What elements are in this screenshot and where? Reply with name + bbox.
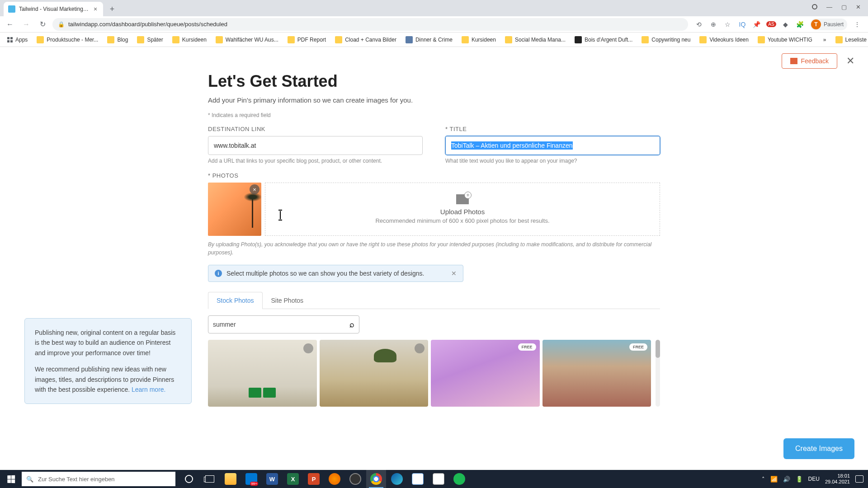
- tip-paragraph: We recommend publishing new ideas with n…: [35, 364, 181, 394]
- scrollbar-thumb[interactable]: [656, 340, 660, 358]
- cortana-icon[interactable]: [179, 470, 199, 488]
- taskbar-app-word[interactable]: W: [262, 470, 282, 488]
- notification-center-icon[interactable]: [855, 475, 863, 483]
- uploaded-photo-thumbnail[interactable]: ×: [208, 183, 261, 236]
- tray-battery-icon[interactable]: 🔋: [796, 476, 803, 483]
- browser-tab[interactable]: Tailwind - Visual Marketing Suite ×: [4, 2, 103, 16]
- bookmark-item[interactable]: Dinner & Crime: [402, 34, 456, 45]
- bookmark-item[interactable]: Später: [133, 34, 166, 45]
- forward-button[interactable]: →: [20, 18, 33, 31]
- feedback-button[interactable]: Feedback: [782, 53, 837, 69]
- translate-icon[interactable]: ⟲: [694, 20, 703, 29]
- minimize-icon[interactable]: —: [826, 4, 832, 10]
- taskbar-app-edge[interactable]: [387, 470, 407, 488]
- stock-photo-item[interactable]: [320, 340, 429, 407]
- reload-button[interactable]: ↻: [36, 18, 49, 31]
- bookmark-item[interactable]: Cload + Canva Bilder: [331, 34, 400, 45]
- required-note: * Indicates a required field: [208, 112, 660, 118]
- stock-search-input[interactable]: [213, 321, 349, 328]
- account-indicator[interactable]: [812, 4, 817, 9]
- start-button[interactable]: [0, 470, 22, 488]
- taskbar-app-chrome[interactable]: [366, 470, 386, 488]
- stock-photo-item[interactable]: FREE: [542, 340, 651, 407]
- bookmark-apps[interactable]: Apps: [4, 35, 31, 45]
- taskbar-app-explorer[interactable]: [221, 470, 241, 488]
- bookmark-item[interactable]: Wahlfächer WU Aus...: [212, 34, 282, 45]
- banner-close-icon[interactable]: ✕: [451, 270, 457, 277]
- tip-paragraph: Publishing new, original content on a re…: [35, 328, 181, 358]
- url-field[interactable]: 🔒 tailwindapp.com/dashboard/publisher/qu…: [52, 18, 688, 31]
- upload-hint: Recommended minimum of 600 x 600 pixel p…: [375, 217, 549, 224]
- select-badge-icon[interactable]: [415, 343, 425, 353]
- window-controls: — ▢ ✕: [805, 0, 868, 14]
- extension-pin-icon[interactable]: 📌: [752, 20, 761, 29]
- bookmark-item[interactable]: PDF Report: [284, 34, 330, 45]
- bookmark-readinglist[interactable]: Leseliste: [832, 34, 868, 45]
- learn-more-link[interactable]: Learn more.: [132, 386, 165, 393]
- maximize-icon[interactable]: ▢: [841, 4, 847, 10]
- taskbar-search[interactable]: 🔍 Zur Suche Text hier eingeben: [22, 472, 175, 486]
- taskbar-app-notepad[interactable]: [408, 470, 428, 488]
- extensions-puzzle-icon[interactable]: 🧩: [796, 20, 805, 29]
- banner-text: Select multiple photos so we can show yo…: [226, 270, 424, 277]
- bookmark-star-icon[interactable]: ☆: [723, 20, 732, 29]
- tab-site-photos[interactable]: Site Photos: [263, 292, 312, 309]
- taskbar-app-firefox[interactable]: [325, 470, 344, 488]
- tab-stock-photos[interactable]: Stock Photos: [208, 292, 263, 309]
- bookmark-item[interactable]: Kursideen: [458, 34, 500, 45]
- extension-icon[interactable]: IQ: [738, 20, 747, 29]
- taskbar-app-powerpoint[interactable]: P: [304, 470, 324, 488]
- tray-language[interactable]: DEU: [808, 476, 820, 482]
- bookmark-item[interactable]: Bois d'Argent Duft...: [571, 34, 636, 45]
- chrome-menu-icon[interactable]: ⋮: [853, 20, 862, 29]
- new-tab-button[interactable]: +: [106, 3, 118, 15]
- lock-icon: 🔒: [58, 21, 65, 28]
- bookmark-item[interactable]: Social Media Mana...: [501, 34, 569, 45]
- bookmark-item[interactable]: Videokurs Ideen: [696, 34, 752, 45]
- tab-close-icon[interactable]: ×: [92, 6, 99, 12]
- bookmark-overflow[interactable]: »: [820, 35, 830, 45]
- bookmark-item[interactable]: Copywriting neu: [638, 34, 694, 45]
- destination-link-label: DESTINATION LINK: [208, 126, 423, 132]
- tray-clock[interactable]: 18:01 29.04.2021: [825, 473, 850, 485]
- bookmarks-bar: Apps Produktsuche - Mer... Blog Später K…: [0, 33, 868, 47]
- tray-volume-icon[interactable]: 🔊: [783, 476, 790, 483]
- remove-photo-icon[interactable]: ×: [250, 184, 259, 194]
- title-hint: What title text would you like to appear…: [445, 158, 660, 164]
- close-modal-icon[interactable]: ✕: [846, 55, 854, 67]
- close-window-icon[interactable]: ✕: [856, 4, 861, 10]
- back-button[interactable]: ←: [4, 18, 16, 31]
- stock-scrollbar[interactable]: [656, 340, 660, 407]
- select-badge-icon[interactable]: [303, 343, 313, 353]
- taskbar-app-obs[interactable]: [345, 470, 365, 488]
- bookmark-item[interactable]: Produktsuche - Mer...: [33, 34, 102, 45]
- extension-misc-icon[interactable]: ◆: [781, 20, 790, 29]
- profile-button[interactable]: T Pausiert: [810, 19, 847, 30]
- publishing-tip-card: Publishing new, original content on a re…: [24, 318, 192, 404]
- bookmark-item[interactable]: Youtube WICHTIG: [754, 34, 816, 45]
- stock-search-box[interactable]: ⌕: [208, 315, 359, 333]
- destination-link-hint: Add a URL that links to your specific bl…: [208, 158, 423, 164]
- stock-photo-grid: FREE FREE: [208, 340, 660, 407]
- taskbar-app-spotify[interactable]: [449, 470, 469, 488]
- zoom-icon[interactable]: ⊕: [709, 20, 718, 29]
- tray-chevron-icon[interactable]: ˄: [762, 476, 765, 483]
- stock-photo-item[interactable]: [208, 340, 317, 407]
- page-subtitle: Add your Pin's primary information so we…: [208, 96, 660, 104]
- create-images-button[interactable]: Create Images: [783, 438, 854, 459]
- stock-photo-item[interactable]: FREE: [431, 340, 540, 407]
- extension-adblock-icon[interactable]: AS: [767, 20, 776, 29]
- bookmark-item[interactable]: Blog: [104, 34, 132, 45]
- taskbar-app-mail[interactable]: 99+: [241, 470, 261, 488]
- search-icon[interactable]: ⌕: [349, 320, 354, 329]
- taskbar-app-excel[interactable]: X: [283, 470, 303, 488]
- destination-link-input[interactable]: [208, 136, 423, 155]
- profile-status: Pausiert: [824, 21, 844, 28]
- tray-network-icon[interactable]: 📶: [770, 476, 778, 483]
- bookmark-item[interactable]: Kursideen: [169, 34, 210, 45]
- upload-photos-zone[interactable]: Upload Photos Recommended minimum of 600…: [265, 183, 660, 236]
- feedback-icon: [790, 58, 797, 64]
- task-view-icon[interactable]: [200, 470, 220, 488]
- title-input[interactable]: TobiTalk – Aktien und persönliche Finanz…: [445, 136, 660, 155]
- taskbar-app-wordpad[interactable]: [429, 470, 448, 488]
